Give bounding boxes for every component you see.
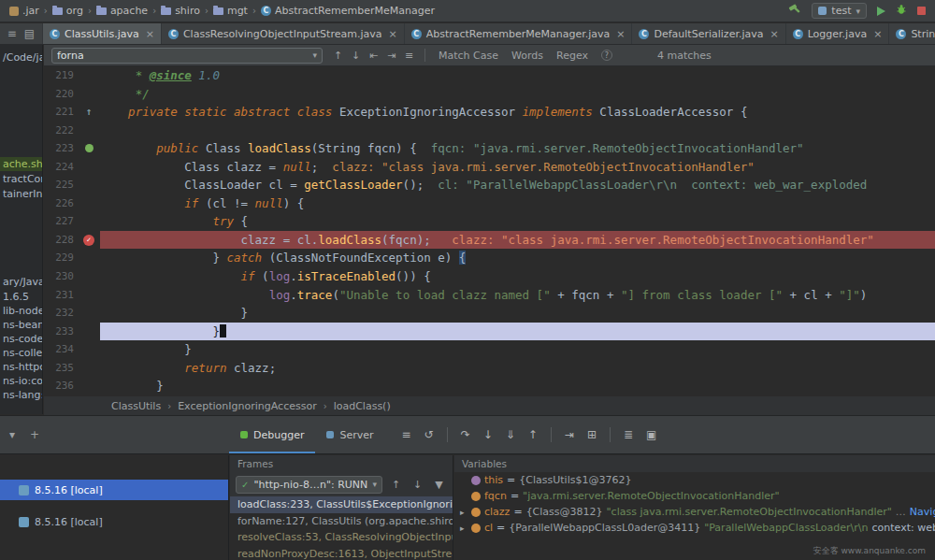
breadcrumb-item[interactable]: shiro [159, 5, 202, 17]
line-number[interactable]: 219 [44, 66, 78, 85]
code-line[interactable]: 221↑ private static abstract class Excep… [44, 103, 935, 122]
project-tree-item[interactable]: ns-codec: [3, 332, 43, 346]
editor-tab[interactable]: CString.java× [889, 23, 935, 44]
step-into-icon[interactable]: ↓ [483, 428, 493, 441]
help-icon[interactable]: ? [601, 50, 612, 61]
editor-tab[interactable]: CClassUtils.java× [43, 23, 162, 44]
breadcrumb-item[interactable]: .jar [7, 5, 41, 17]
force-step-into-icon[interactable]: ⇓ [506, 428, 515, 441]
breadcrumb-item[interactable]: CAbstractRememberMeManager [259, 5, 437, 17]
code-line[interactable]: 226 if (cl != null) { [44, 194, 935, 213]
step-over-icon[interactable]: ↷ [461, 428, 470, 441]
chevron-down-icon[interactable]: ▾ [9, 428, 15, 441]
previous-frame-icon[interactable]: ↑ [388, 479, 404, 491]
tab-close-icon[interactable]: × [873, 28, 882, 40]
code-line[interactable]: 220 */ [44, 85, 935, 104]
code-line[interactable]: 224 Class clazz = null; clazz: "class ja… [44, 158, 935, 177]
session-row[interactable]: 8.5.16 [local] [0, 480, 228, 500]
editor-breadcrumb-item[interactable]: ExceptionIgnoringAccessor [178, 400, 317, 412]
project-tree-item[interactable]: ns-lang:co [3, 388, 43, 402]
frame-row[interactable]: loadClass:233, ClassUtils$ExceptionIgnor… [230, 496, 453, 513]
structure-icon[interactable]: ▤ [24, 27, 35, 40]
search-history-icon[interactable]: ▾ [312, 50, 317, 60]
project-tree-item[interactable]: ns-collecti [3, 346, 43, 360]
editor-tab[interactable]: CClassResolvingObjectInputStream.java× [162, 23, 405, 44]
frame-row[interactable]: forName:127, ClassUtils (org.apache.shir… [230, 513, 453, 530]
build-icon[interactable] [788, 4, 801, 19]
editor-breadcrumb-item[interactable]: ClassUtils [111, 400, 161, 412]
project-tree-item[interactable]: 1.6.5 [3, 290, 29, 304]
editor-breadcrumb-item[interactable]: loadClass() [334, 400, 391, 412]
breadcrumb-item[interactable]: apache [94, 5, 150, 17]
tool-tab-server[interactable]: Server [315, 416, 384, 453]
thread-selector[interactable]: ✓ "http-nio-8…n": RUNNING ▾ [236, 476, 382, 494]
tab-close-icon[interactable]: × [770, 28, 778, 40]
editor-tab[interactable]: CDefaultSerializer.java× [632, 23, 785, 44]
next-occurrence-icon[interactable]: ↓ [348, 50, 364, 62]
line-number[interactable]: 228 [44, 231, 78, 250]
implements-method-marker-icon[interactable] [85, 144, 94, 152]
run-to-cursor-icon[interactable]: ⇥ [565, 428, 574, 441]
run-config-select[interactable]: test ▾ [812, 3, 867, 19]
line-number[interactable]: 220 [44, 85, 78, 104]
line-number[interactable]: 234 [44, 340, 78, 359]
breadcrumb-item[interactable]: org [50, 5, 85, 17]
code-line[interactable]: 232 } [44, 304, 935, 323]
code-line[interactable]: 225 ClassLoader cl = getClassLoader(); c… [44, 176, 935, 194]
line-number[interactable]: 235 [44, 359, 78, 378]
line-number[interactable]: 225 [44, 176, 78, 194]
code-line[interactable]: 219 * @since 1.0 [44, 66, 935, 85]
variable-row[interactable]: this = {ClassUtils$1@3762} [454, 472, 935, 488]
run-button[interactable] [877, 7, 885, 16]
project-tree-item[interactable]: ache.shiro [0, 157, 42, 171]
variable-row[interactable]: ▸clazz = {Class@3812} "class java.rmi.se… [454, 504, 935, 520]
evaluate-expression-icon[interactable]: ⊞ [587, 428, 597, 441]
project-tree-item[interactable]: ary/Java/J [3, 275, 43, 289]
add-icon[interactable]: + [30, 428, 39, 441]
line-number[interactable]: 224 [44, 158, 78, 177]
previous-occurrence-icon[interactable]: ↑ [330, 50, 346, 62]
frame-row[interactable]: readNonProxyDesc:1613, ObjectInputStream… [230, 546, 453, 560]
project-tree-item[interactable]: ns-beanut [3, 318, 43, 332]
project-tree-item[interactable]: lib-nodep: [3, 304, 43, 318]
code-line[interactable]: 230 if (log.isTraceEnabled()) { [44, 267, 935, 286]
code-line[interactable]: 222 [44, 122, 935, 140]
code-line[interactable]: 229 } catch (ClassNotFoundException e) { [44, 249, 935, 267]
code-line[interactable]: 223 public Class loadClass(String fqcn) … [44, 139, 935, 158]
code-line[interactable]: 233 } [44, 323, 935, 341]
next-frame-icon[interactable]: ↓ [410, 479, 425, 491]
navigate-link[interactable]: Navigate [910, 506, 935, 518]
menu-icon[interactable]: ≡ [7, 27, 17, 40]
line-number[interactable]: 226 [44, 194, 78, 213]
editor-tab[interactable]: CAbstractRememberMeManager.java× [405, 23, 633, 44]
breadcrumb-item[interactable]: mgt [211, 5, 250, 17]
tab-close-icon[interactable]: × [616, 28, 625, 40]
last-occurrence-icon[interactable]: ⇥ [383, 50, 399, 62]
pin-icon[interactable]: ▣ [646, 428, 656, 441]
project-tree-item[interactable]: tractConta [3, 172, 43, 186]
code-line[interactable]: 234 } [44, 340, 935, 359]
line-number[interactable]: 222 [44, 122, 78, 140]
regex-toggle[interactable]: Regex [556, 50, 588, 62]
chevron-right-icon[interactable]: ▸ [460, 508, 468, 517]
code-editor[interactable]: 219 * @since 1.0220 */221↑ private stati… [44, 66, 935, 395]
line-number[interactable]: 221 [44, 103, 78, 122]
code-line[interactable]: 227 try { [44, 212, 935, 231]
first-occurrence-icon[interactable]: ⇤ [366, 50, 381, 62]
code-line[interactable]: 235 return clazz; [44, 359, 935, 378]
code-line[interactable]: 231 log.trace("Unable to load clazz name… [44, 286, 935, 305]
project-tree-item[interactable]: /Code/java [3, 50, 43, 65]
settings-icon[interactable]: ≣ [624, 428, 633, 441]
filter-icon[interactable]: ▼ [431, 479, 447, 491]
implements-marker-icon[interactable]: ↑ [86, 103, 93, 122]
session-row[interactable]: 8.5.16 [local] [0, 511, 228, 532]
line-number[interactable]: 236 [44, 377, 78, 395]
line-number[interactable]: 229 [44, 249, 78, 267]
layout-settings-icon[interactable]: ≡ [402, 428, 411, 441]
tool-tab-debugger[interactable]: Debugger [229, 416, 315, 453]
line-number[interactable]: 223 [44, 139, 78, 158]
line-number[interactable]: 230 [44, 267, 78, 286]
code-line[interactable]: 236 } [44, 377, 935, 395]
line-number[interactable]: 231 [44, 286, 78, 305]
restore-layout-icon[interactable]: ↺ [424, 428, 434, 441]
